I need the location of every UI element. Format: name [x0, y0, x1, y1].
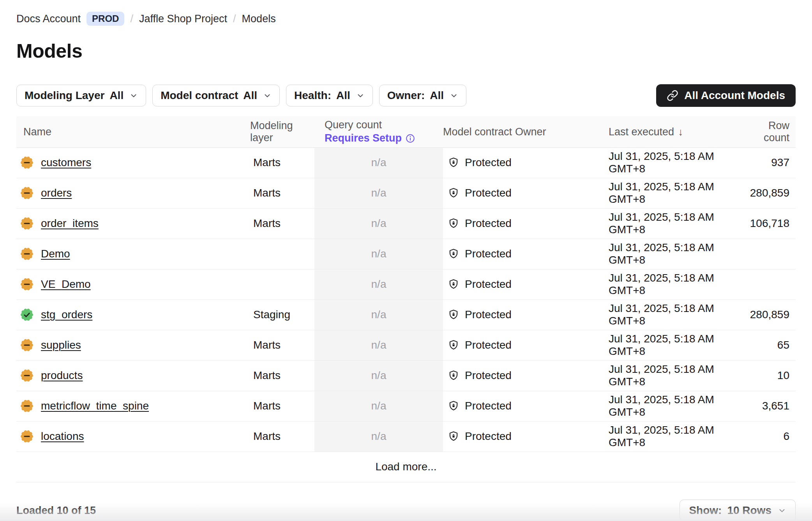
model-name-link[interactable]: Demo: [41, 248, 70, 260]
last-executed-cell: Jul 31, 2025, 5:18 AM GMT+8: [609, 241, 749, 266]
model-name-link[interactable]: products: [41, 369, 83, 382]
show-rows-dropdown[interactable]: Show: 10 Rows: [680, 500, 796, 521]
contract-status-label: Protected: [465, 339, 512, 351]
column-header-owner: Owner: [515, 126, 609, 138]
show-value: 10 Rows: [727, 504, 771, 517]
last-executed-cell: Jul 31, 2025, 5:18 AM GMT+8: [609, 150, 749, 175]
health-warning-icon: [20, 278, 34, 291]
model-name-link[interactable]: stg_orders: [41, 308, 92, 321]
shield-lock-icon: [448, 370, 459, 381]
column-header-row-count: Row count: [749, 120, 796, 144]
row-count-cell: 280,859: [749, 187, 796, 199]
show-label: Show:: [689, 504, 722, 517]
table-body: customers Marts n/a Protected Jul 31, 20…: [16, 148, 796, 452]
query-count-cell: n/a: [314, 391, 443, 421]
shield-lock-icon: [448, 339, 459, 351]
model-name-link[interactable]: supplies: [41, 339, 81, 351]
model-contract-cell: Protected: [443, 156, 515, 169]
breadcrumb-project-link[interactable]: Jaffle Shop Project: [139, 13, 227, 25]
contract-status-label: Protected: [465, 308, 512, 321]
model-contract-filter[interactable]: Model contract All: [152, 85, 280, 106]
requires-setup-label: Requires Setup: [325, 132, 402, 145]
model-contract-cell: Protected: [443, 369, 515, 382]
modeling-layer-cell: Marts: [250, 156, 314, 169]
filter-label: Owner:: [387, 89, 425, 102]
table-header-row: Name Modeling layer Query count Requires…: [16, 116, 796, 148]
table-row: orders Marts n/a Protected Jul 31, 2025,…: [16, 178, 796, 209]
last-executed-cell: Jul 31, 2025, 5:18 AM GMT+8: [609, 272, 749, 297]
last-executed-cell: Jul 31, 2025, 5:18 AM GMT+8: [609, 333, 749, 358]
breadcrumb: Docs Account PROD / Jaffle Shop Project …: [16, 0, 796, 26]
modeling-layer-cell: Marts: [250, 400, 314, 412]
query-count-cell: n/a: [314, 300, 443, 330]
health-warning-icon: [20, 430, 34, 443]
load-more-button[interactable]: Load more...: [16, 452, 796, 482]
query-count-cell: n/a: [314, 422, 443, 452]
modeling-layer-filter[interactable]: Modeling Layer All: [16, 85, 146, 106]
requires-setup-link[interactable]: Requires Setup: [325, 132, 415, 145]
query-count-cell: n/a: [314, 239, 443, 269]
shield-lock-icon: [448, 309, 459, 321]
name-cell: customers: [16, 156, 250, 169]
query-count-cell: n/a: [314, 148, 443, 178]
filter-label: Health:: [294, 89, 331, 102]
model-contract-cell: Protected: [443, 339, 515, 351]
name-cell: Demo: [16, 247, 250, 260]
row-count-cell: 106,718: [749, 217, 796, 230]
health-filter[interactable]: Health: All: [286, 85, 373, 106]
model-contract-cell: Protected: [443, 400, 515, 412]
models-table: Name Modeling layer Query count Requires…: [16, 116, 796, 482]
page-title: Models: [16, 40, 796, 62]
health-warning-icon: [20, 338, 34, 352]
modeling-layer-cell: Marts: [250, 217, 314, 230]
query-count-cell: n/a: [314, 330, 443, 360]
breadcrumb-separator: /: [233, 13, 236, 25]
name-cell: stg_orders: [16, 308, 250, 321]
shield-lock-icon: [448, 431, 459, 442]
model-name-link[interactable]: orders: [41, 187, 72, 199]
link-icon: [667, 90, 678, 101]
owner-filter[interactable]: Owner: All: [379, 85, 466, 106]
last-executed-cell: Jul 31, 2025, 5:18 AM GMT+8: [609, 393, 749, 418]
shield-lock-icon: [448, 248, 459, 260]
model-name-link[interactable]: metricflow_time_spine: [41, 400, 149, 412]
model-name-link[interactable]: customers: [41, 156, 91, 169]
modeling-layer-cell: Marts: [250, 430, 314, 443]
model-contract-cell: Protected: [443, 278, 515, 291]
loaded-count-text: Loaded 10 of 15: [16, 505, 96, 517]
query-count-header-label: Query count: [325, 119, 443, 132]
sort-descending-icon: ↓: [678, 126, 683, 138]
row-count-cell: 65: [749, 339, 796, 351]
contract-status-label: Protected: [465, 217, 512, 230]
column-header-modeling-layer: Modeling layer: [250, 120, 314, 144]
health-warning-icon: [20, 247, 34, 260]
table-row: order_items Marts n/a Protected Jul 31, …: [16, 209, 796, 239]
row-count-cell: 937: [749, 156, 796, 169]
all-account-models-button[interactable]: All Account Models: [656, 84, 796, 107]
contract-status-label: Protected: [465, 187, 512, 199]
last-executed-cell: Jul 31, 2025, 5:18 AM GMT+8: [609, 302, 749, 327]
health-warning-icon: [20, 217, 34, 230]
name-cell: metricflow_time_spine: [16, 399, 250, 413]
model-name-link[interactable]: VE_Demo: [41, 278, 91, 291]
health-success-icon: [20, 308, 34, 321]
pagination-footer: Loaded 10 of 15 Show: 10 Rows: [16, 500, 796, 521]
model-name-link[interactable]: locations: [41, 430, 84, 443]
table-row: locations Marts n/a Protected Jul 31, 20…: [16, 422, 796, 452]
breadcrumb-account-link[interactable]: Docs Account: [16, 13, 81, 25]
chevron-down-icon: [778, 506, 786, 515]
last-executed-cell: Jul 31, 2025, 5:18 AM GMT+8: [609, 424, 749, 449]
name-cell: orders: [16, 186, 250, 200]
name-cell: supplies: [16, 338, 250, 352]
column-header-last-executed[interactable]: Last executed ↓: [609, 126, 749, 138]
models-page: Docs Account PROD / Jaffle Shop Project …: [0, 0, 812, 521]
filter-label: Model contract: [161, 89, 238, 102]
name-cell: VE_Demo: [16, 278, 250, 291]
filter-value: All: [109, 89, 124, 102]
table-row: customers Marts n/a Protected Jul 31, 20…: [16, 148, 796, 178]
row-count-cell: 6: [749, 430, 796, 443]
model-name-link[interactable]: order_items: [41, 217, 99, 230]
shield-lock-icon: [448, 400, 459, 412]
shield-lock-icon: [448, 278, 459, 290]
info-icon[interactable]: [405, 133, 415, 144]
